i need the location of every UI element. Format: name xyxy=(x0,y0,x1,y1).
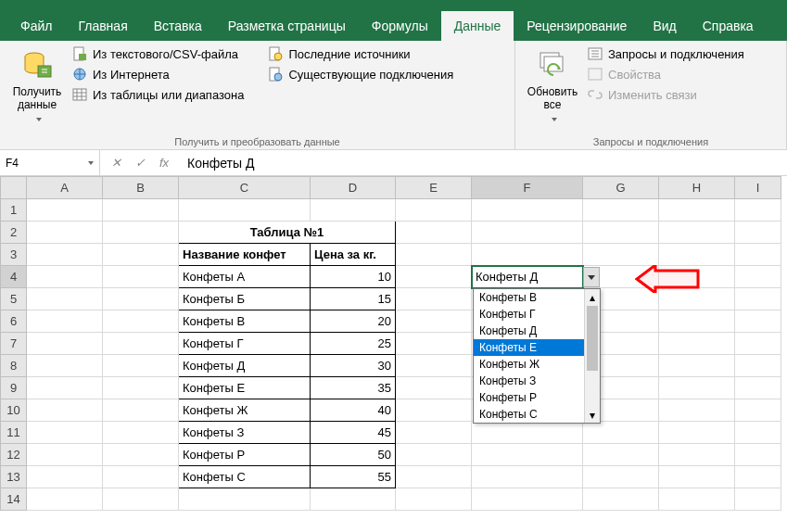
existing-connections-label: Существующие подключения xyxy=(288,68,453,82)
tab-help[interactable]: Справка xyxy=(690,11,767,41)
scrollbar[interactable]: ▴ ▾ xyxy=(584,289,600,423)
table-cell[interactable]: Конфеты С xyxy=(179,466,311,488)
dropdown-list[interactable]: Конфеты В Конфеты Г Конфеты Д Конфеты Е … xyxy=(473,288,601,424)
scroll-up-button[interactable]: ▴ xyxy=(585,289,600,305)
svg-rect-5 xyxy=(73,89,86,100)
row-header[interactable]: 5 xyxy=(1,288,27,310)
tab-view[interactable]: Вид xyxy=(640,11,689,41)
row-header[interactable]: 14 xyxy=(1,488,27,511)
table-cell[interactable]: 10 xyxy=(311,266,396,288)
select-all-corner[interactable] xyxy=(1,177,27,199)
col-header-a[interactable]: A xyxy=(27,177,103,199)
col-header-g[interactable]: G xyxy=(583,177,659,199)
refresh-all-button[interactable]: Обновить все xyxy=(521,44,584,134)
row-header[interactable]: 8 xyxy=(1,355,27,377)
row-header[interactable]: 1 xyxy=(1,199,27,222)
list-item[interactable]: Конфеты В xyxy=(474,289,600,306)
list-item[interactable]: Конфеты З xyxy=(474,373,600,389)
row-header[interactable]: 10 xyxy=(1,399,27,422)
table-cell[interactable]: Конфеты В xyxy=(179,310,311,333)
row-header[interactable]: 6 xyxy=(1,310,27,333)
ribbon: Получить данные Из текстового/CSV-файла … xyxy=(0,41,787,150)
table-cell[interactable]: Конфеты Ж xyxy=(179,399,311,422)
cancel-button[interactable]: ✕ xyxy=(108,156,124,170)
cell-f4[interactable]: Конфеты Д xyxy=(472,266,583,288)
row-header[interactable]: 7 xyxy=(1,333,27,355)
formula-input[interactable]: Конфеты Д xyxy=(180,156,787,171)
col-header-e[interactable]: E xyxy=(396,177,472,199)
from-table-button[interactable]: Из таблицы или диапазона xyxy=(72,87,244,102)
row-header[interactable]: 12 xyxy=(1,444,27,466)
tab-pagelayout[interactable]: Разметка страницы xyxy=(215,11,359,41)
table-cell[interactable]: 50 xyxy=(311,444,396,466)
from-table-label: Из таблицы или диапазона xyxy=(93,88,244,102)
table-cell[interactable]: Конфеты Д xyxy=(179,355,311,377)
table-cell[interactable]: 25 xyxy=(311,333,396,355)
table-cell[interactable]: Конфеты Б xyxy=(179,288,311,310)
table-cell[interactable]: Конфеты З xyxy=(179,422,311,444)
table-cell[interactable]: 35 xyxy=(311,377,396,399)
table-cell[interactable]: 40 xyxy=(311,399,396,422)
table-title-cell[interactable]: Таблица №1 xyxy=(179,222,396,244)
enter-button[interactable]: ✓ xyxy=(132,156,148,170)
svg-rect-13 xyxy=(589,69,602,80)
refresh-all-label: Обновить все xyxy=(527,85,578,112)
row-header[interactable]: 2 xyxy=(1,222,27,244)
table-cell[interactable]: 55 xyxy=(311,466,396,488)
table-header-cell[interactable]: Цена за кг. xyxy=(311,244,396,266)
svg-rect-3 xyxy=(79,54,86,60)
col-header-i[interactable]: I xyxy=(735,177,781,199)
tab-file[interactable]: Файл xyxy=(7,11,65,41)
list-item[interactable]: Конфеты Р xyxy=(474,389,600,406)
col-header-h[interactable]: H xyxy=(659,177,735,199)
get-data-label: Получить данные xyxy=(13,85,62,112)
table-cell[interactable]: 15 xyxy=(311,288,396,310)
tab-formulas[interactable]: Формулы xyxy=(359,11,441,41)
row-header[interactable]: 9 xyxy=(1,377,27,399)
list-item[interactable]: Конфеты Д xyxy=(474,323,600,339)
tab-home[interactable]: Главная xyxy=(65,11,140,41)
table-cell[interactable]: Конфеты Р xyxy=(179,444,311,466)
row-header[interactable]: 11 xyxy=(1,422,27,444)
fx-button[interactable]: fx xyxy=(156,156,172,170)
from-text-csv-button[interactable]: Из текстового/CSV-файла xyxy=(72,46,244,61)
tab-data[interactable]: Данные xyxy=(441,11,514,41)
chevron-down-icon xyxy=(549,112,557,125)
table-cell[interactable]: Конфеты А xyxy=(179,266,311,288)
scroll-thumb[interactable] xyxy=(587,306,598,371)
edit-links-button: Изменить связи xyxy=(588,87,744,102)
name-box[interactable]: F4 xyxy=(0,150,100,175)
tab-insert[interactable]: Вставка xyxy=(141,11,215,41)
col-header-c[interactable]: C xyxy=(179,177,311,199)
list-item[interactable]: Конфеты С xyxy=(474,406,600,423)
tab-review[interactable]: Рецензирование xyxy=(514,11,640,41)
table-cell[interactable]: Конфеты Г xyxy=(179,333,311,355)
queries-connections-button[interactable]: Запросы и подключения xyxy=(588,46,744,61)
worksheet[interactable]: A B C D E F G H I 1 2Таблица №1 3Названи… xyxy=(0,176,787,511)
col-header-f[interactable]: F xyxy=(472,177,583,199)
row-header[interactable]: 3 xyxy=(1,244,27,266)
table-cell[interactable]: 45 xyxy=(311,422,396,444)
row-header[interactable]: 4 xyxy=(1,266,27,288)
list-item[interactable]: Конфеты Г xyxy=(474,306,600,323)
table-cell[interactable]: Конфеты Е xyxy=(179,377,311,399)
svg-point-7 xyxy=(274,53,282,60)
dropdown-button[interactable] xyxy=(583,267,600,287)
chevron-down-icon xyxy=(33,112,42,125)
properties-label: Свойства xyxy=(608,68,661,82)
get-data-button[interactable]: Получить данные xyxy=(6,44,69,134)
list-item[interactable]: Конфеты Е xyxy=(474,339,600,356)
col-header-d[interactable]: D xyxy=(311,177,396,199)
recent-sources-button[interactable]: Последние источники xyxy=(268,46,453,61)
existing-connections-button[interactable]: Существующие подключения xyxy=(268,67,453,82)
from-web-button[interactable]: Из Интернета xyxy=(72,67,244,82)
col-header-b[interactable]: B xyxy=(103,177,179,199)
queries-connections-label: Запросы и подключения xyxy=(608,47,744,61)
row-header[interactable]: 13 xyxy=(1,466,27,488)
recent-sources-label: Последние источники xyxy=(288,47,410,61)
list-item[interactable]: Конфеты Ж xyxy=(474,356,600,373)
table-header-cell[interactable]: Название конфет xyxy=(179,244,311,266)
table-cell[interactable]: 20 xyxy=(311,310,396,333)
table-cell[interactable]: 30 xyxy=(311,355,396,377)
scroll-down-button[interactable]: ▾ xyxy=(585,407,600,423)
